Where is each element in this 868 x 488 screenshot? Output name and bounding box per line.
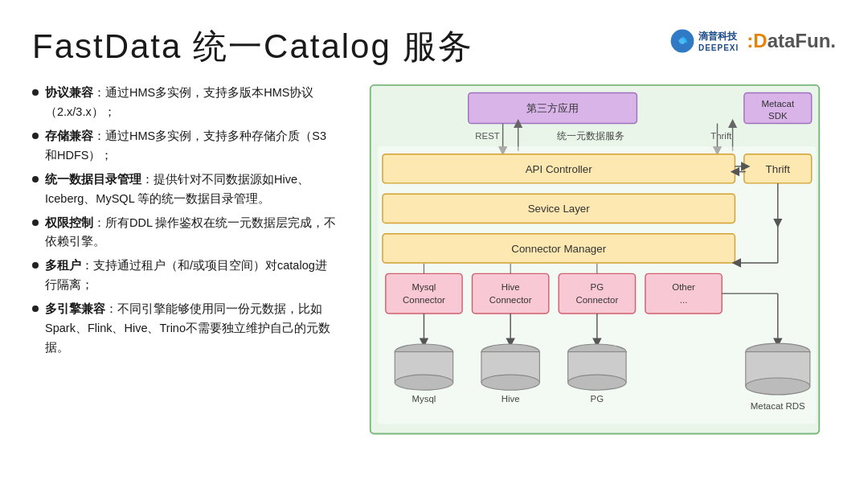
other-connector-label2: ... [680,295,688,305]
bullet-text: 存储兼容：通过HMS多实例，支持多种存储介质（S3和HDFS）； [45,127,338,166]
pg-connector-box [559,273,635,314]
hive-db-bottom [481,375,539,390]
mysql-connector-box [386,273,462,314]
pg-db-bottom [568,375,626,390]
bullet-text: 权限控制：所有DDL 操作鉴权在统一元数据层完成，不依赖引擎。 [45,214,338,252]
list-item: 多租户：支持通过租户（和/或项目空间）对catalog进行隔离； [32,256,338,295]
bullet-dot [32,176,39,182]
hive-connector-box [473,273,549,314]
mysql-connector-label1: Mysql [412,282,436,292]
other-connector-label1: Other [672,282,695,292]
list-item: 存储兼容：通过HMS多实例，支持多种存储介质（S3和HDFS）； [32,127,338,166]
left-panel: 协议兼容：通过HMS多实例，支持多版本HMS协议（2.x/3.x）； 存储兼容：… [32,84,338,459]
connector-manager-label: Connector Manager [511,243,606,255]
thrift-top-label: Thrift [710,131,732,141]
slide: FastData 统一Catalog 服务 滴普科技 DEEPEXI :Data… [0,0,868,488]
list-item: 协议兼容：通过HMS多实例，支持多版本HMS协议（2.x/3.x）； [32,84,338,122]
bullet-list: 协议兼容：通过HMS多实例，支持多版本HMS协议（2.x/3.x）； 存储兼容：… [32,84,338,358]
mysql-db-bottom [395,375,452,390]
rest-label: REST [475,131,499,141]
hive-connector-label1: Hive [502,282,520,292]
metacat-sdk-label1: Metacat [761,99,794,109]
bullet-dot [32,262,39,269]
logos: 滴普科技 DEEPEXI :DataFun. [669,24,836,54]
metacat-rds-bottom [746,378,810,395]
mysql-db-label: Mysql [412,394,436,404]
pg-connector-label1: PG [591,282,604,292]
deepexi-text: 滴普科技 DEEPEXI [698,30,739,52]
bullet-dot [32,133,39,139]
thrift-label: Thrift [766,163,791,175]
datafun-logo: :DataFun. [747,30,836,52]
bullet-dot [32,306,39,312]
third-party-label: 第三方应用 [526,102,579,114]
architecture-diagram: 第三方应用 Metacat SDK REST 统一元数据服务 Thrift [354,84,836,459]
api-controller-label: API Controller [526,163,593,175]
bullet-text: 协议兼容：通过HMS多实例，支持多版本HMS协议（2.x/3.x）； [45,84,338,122]
bullet-dot [32,89,39,96]
bullet-text: 统一数据目录管理：提供针对不同数据源如Hive、Iceberg、MySQL 等的… [45,170,338,209]
bullet-dot [32,219,39,226]
pg-db-label: PG [591,394,604,404]
hive-connector-label2: Connector [489,295,532,305]
mysql-connector-label2: Connector [403,295,445,305]
deepexi-logo: 滴普科技 DEEPEXI [669,28,739,54]
hive-db-label: Hive [502,394,520,404]
list-item: 权限控制：所有DDL 操作鉴权在统一元数据层完成，不依赖引擎。 [32,214,338,252]
service-layer-label: Sevice Layer [528,203,591,215]
page-title: FastData 统一Catalog 服务 [32,24,473,69]
unified-service-label: 统一元数据服务 [557,130,624,141]
metacat-sdk-label2: SDK [768,111,788,121]
pg-connector-label2: Connector [576,295,619,305]
right-panel: 第三方应用 Metacat SDK REST 统一元数据服务 Thrift [354,84,836,459]
other-connector-box [645,273,722,314]
bullet-text: 多租户：支持通过租户（和/或项目空间）对catalog进行隔离； [45,256,338,295]
list-item: 统一数据目录管理：提供针对不同数据源如Hive、Iceberg、MySQL 等的… [32,170,338,209]
content: 协议兼容：通过HMS多实例，支持多版本HMS协议（2.x/3.x）； 存储兼容：… [32,84,836,459]
header: FastData 统一Catalog 服务 滴普科技 DEEPEXI :Data… [32,24,836,69]
list-item: 多引擎兼容：不同引擎能够使用同一份元数据，比如Spark、Flink、Hive、… [32,300,338,358]
metacat-rds-label: Metacat RDS [751,401,805,411]
bullet-text: 多引擎兼容：不同引擎能够使用同一份元数据，比如Spark、Flink、Hive、… [45,300,338,358]
deepexi-icon [669,28,695,54]
